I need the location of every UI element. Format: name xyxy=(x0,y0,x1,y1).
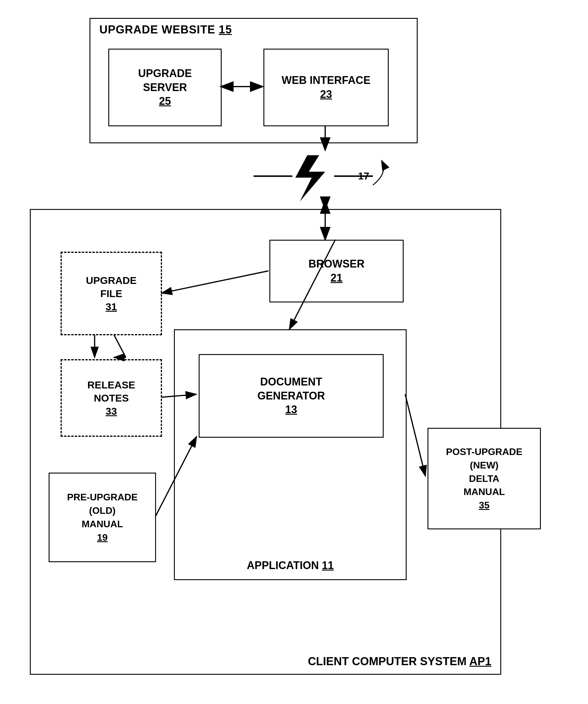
release-notes-label: RELEASENOTES33 xyxy=(87,378,135,418)
upgrade-server-box: UPGRADESERVER25 xyxy=(108,49,222,126)
client-computer-number: AP1 xyxy=(469,655,492,667)
web-interface-number: 23 xyxy=(320,88,332,100)
diagram-container: UPGRADE WEBSITE 15 UPGRADESERVER25 WEB I… xyxy=(30,12,558,693)
wireless-number: 17 xyxy=(358,170,369,181)
upgrade-file-box: UPGRADEFILE31 xyxy=(61,252,162,335)
svg-line-9 xyxy=(114,335,126,357)
upgrade-server-label: UPGRADESERVER25 xyxy=(138,67,192,108)
application-box: APPLICATION 11 DOCUMENTGENERATOR13 xyxy=(174,329,407,580)
upgrade-website-number: 15 xyxy=(219,23,232,36)
client-computer-text: CLIENT COMPUTER SYSTEM xyxy=(308,655,467,667)
pre-upgrade-number: 19 xyxy=(97,532,108,543)
wireless-label: 17 xyxy=(358,170,369,182)
doc-generator-number: 13 xyxy=(285,403,297,416)
release-notes-number: 33 xyxy=(106,405,117,417)
doc-generator-box: DOCUMENTGENERATOR13 xyxy=(199,354,384,438)
browser-box: BROWSER 21 xyxy=(269,240,404,302)
web-interface-box: WEB INTERFACE 23 xyxy=(263,49,389,126)
svg-line-3 xyxy=(161,271,268,293)
upgrade-website-box: UPGRADE WEBSITE 15 UPGRADESERVER25 WEB I… xyxy=(89,18,418,143)
web-interface-label: WEB INTERFACE 23 xyxy=(282,73,371,102)
pre-upgrade-label: PRE-UPGRADE(OLD)MANUAL19 xyxy=(67,490,137,544)
doc-generator-label: DOCUMENTGENERATOR13 xyxy=(257,375,325,417)
browser-label: BROWSER 21 xyxy=(309,257,365,285)
post-upgrade-box: POST-UPGRADE(NEW)DELTAMANUAL35 xyxy=(428,428,541,529)
upgrade-website-text: UPGRADE WEBSITE xyxy=(100,23,215,36)
browser-text: BROWSER xyxy=(309,258,365,270)
application-number: 11 xyxy=(322,559,334,572)
pre-upgrade-box: PRE-UPGRADE(OLD)MANUAL19 xyxy=(49,473,156,562)
application-label: APPLICATION 11 xyxy=(175,559,406,572)
upgrade-website-label: UPGRADE WEBSITE 15 xyxy=(100,23,232,36)
upgrade-file-number: 31 xyxy=(106,301,117,312)
svg-marker-19 xyxy=(296,155,325,201)
client-computer-label: CLIENT COMPUTER SYSTEM AP1 xyxy=(308,655,492,668)
client-computer-box: CLIENT COMPUTER SYSTEM AP1 BROWSER 21 UP… xyxy=(30,209,501,675)
upgrade-file-label: UPGRADEFILE31 xyxy=(86,274,137,313)
web-interface-text: WEB INTERFACE xyxy=(282,74,371,86)
application-text: APPLICATION xyxy=(247,559,319,572)
release-notes-box: RELEASENOTES33 xyxy=(61,359,162,437)
upgrade-server-number: 25 xyxy=(159,95,171,107)
svg-line-8 xyxy=(405,394,426,476)
post-upgrade-number: 35 xyxy=(479,500,489,511)
post-upgrade-label: POST-UPGRADE(NEW)DELTAMANUAL35 xyxy=(446,445,522,512)
browser-number: 21 xyxy=(331,272,342,284)
